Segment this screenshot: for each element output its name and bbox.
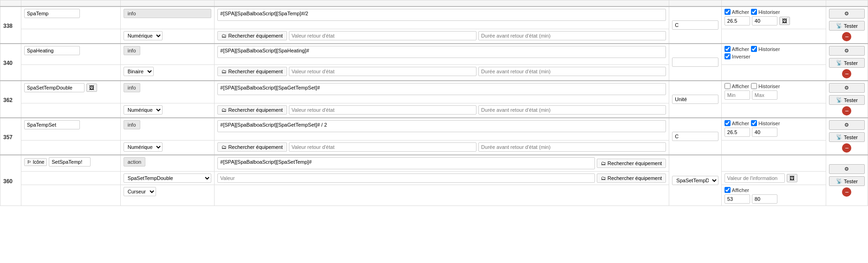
valeur-info-input-360[interactable]: [724, 173, 785, 183]
row-id-362: 362: [0, 81, 21, 118]
valeur-textarea-362[interactable]: #[SPA][SpaBalboaScript][SpaGetTempSet]#: [217, 83, 666, 95]
settings-btn-362[interactable]: ⚙: [829, 83, 865, 93]
nom-input-360[interactable]: [49, 157, 91, 167]
icone-btn-360[interactable]: 🏳 Icône: [24, 158, 47, 166]
soustype-select-362[interactable]: Numérique: [124, 105, 163, 115]
max-input-338[interactable]: [752, 16, 777, 26]
nom-input-340[interactable]: [24, 46, 80, 55]
historiser-check-362[interactable]: [751, 83, 757, 89]
afficher-check-362[interactable]: [724, 83, 731, 89]
max-input-357[interactable]: [752, 128, 777, 137]
valeur-cell-362: #[SPA][SpaBalboaScript][SpaGetTempSet]#: [215, 81, 669, 103]
valeur-retour-338[interactable]: [289, 31, 476, 40]
soustype-cell-357: info: [120, 118, 215, 141]
max-input-360[interactable]: [752, 194, 777, 204]
inverser-label-340: Inverser: [724, 53, 751, 59]
delete-btn-338[interactable]: −: [842, 32, 851, 41]
settings-btn-360[interactable]: ⚙: [829, 164, 865, 174]
inverser-check-340[interactable]: [724, 53, 731, 59]
valeur-retour-357[interactable]: [289, 142, 476, 152]
valeur-textarea-338[interactable]: #[SPA][SpaBalboaScript][SpaTemp]#/2: [217, 9, 666, 21]
nom-icon-btn-362[interactable]: 🖼: [86, 83, 97, 92]
unite-input-357[interactable]: [672, 132, 718, 141]
nom-cell2-362: [21, 103, 121, 118]
col-header-nom: [21, 0, 121, 7]
nom-input-357[interactable]: [24, 120, 80, 129]
duree-retour-357[interactable]: [478, 142, 666, 152]
settings-btn-357[interactable]: ⚙: [829, 120, 865, 130]
unite-input-362[interactable]: [672, 95, 718, 104]
valeur-cell-357: #[SPA][SpaBalboaScript][SpaGetTempSet]# …: [215, 118, 669, 141]
recherche-btn-362[interactable]: 🗂 Rechercher équipement: [217, 105, 287, 115]
nom-input-362[interactable]: [24, 83, 85, 92]
afficher-check-357[interactable]: [724, 120, 731, 126]
actions-cell-360: ⚙ 📡 Tester −: [826, 155, 868, 206]
afficher-label-362: Afficher: [724, 83, 749, 89]
unite-input-338[interactable]: [672, 20, 718, 30]
recherche-btn-360-top[interactable]: 🗂 Rechercher équipement: [597, 159, 666, 168]
soustype-cell-360: action: [120, 155, 215, 172]
valeur-input-360[interactable]: [217, 173, 595, 183]
duree-retour-340[interactable]: [478, 67, 666, 76]
min-input-338[interactable]: [724, 16, 750, 26]
delete-btn-340[interactable]: −: [842, 69, 851, 78]
tester-btn-338[interactable]: 📡 Tester: [829, 21, 865, 31]
tester-btn-360[interactable]: 📡 Tester: [829, 176, 865, 186]
unite-cell-340: [669, 44, 722, 81]
settings-btn-338[interactable]: ⚙: [829, 9, 865, 19]
historiser-check-357[interactable]: [751, 120, 757, 126]
valeur-retour-362[interactable]: [289, 105, 476, 115]
soustype-cell2-360: SpaSetTempDouble: [120, 172, 215, 185]
delete-btn-360[interactable]: −: [842, 187, 851, 197]
params-cell3-360: Afficher: [721, 185, 826, 206]
valeur-textarea-360[interactable]: #[SPA][SpaBalboaScript][SpaSetTemp]#: [217, 157, 595, 169]
params-cell-357: Afficher Historiser: [721, 118, 826, 141]
valeur-retour-340[interactable]: [289, 67, 476, 76]
recherche-btn-357[interactable]: 🗂 Rechercher équipement: [217, 142, 287, 152]
recherche-btn-360-2[interactable]: 🗂 Rechercher équipement: [597, 173, 666, 183]
params-icon-btn-338[interactable]: 🖼: [779, 17, 790, 25]
delete-btn-362[interactable]: −: [842, 106, 851, 115]
valeur-info-icon-360[interactable]: 🖼: [787, 174, 797, 182]
tester-btn-340[interactable]: 📡 Tester: [829, 58, 865, 68]
min-input-362[interactable]: [724, 90, 750, 100]
actions-cell-338: ⚙ 📡 Tester −: [826, 6, 868, 44]
tester-btn-357[interactable]: 📡 Tester: [829, 132, 865, 142]
tester-btn-362[interactable]: 📡 Tester: [829, 95, 865, 105]
soustype-select2-360[interactable]: Curseur: [124, 187, 156, 196]
duree-retour-362[interactable]: [478, 105, 666, 115]
afficher-check-338[interactable]: [724, 9, 731, 15]
afficher-check-340[interactable]: [724, 46, 731, 52]
actions-cell-357: ⚙ 📡 Tester −: [826, 118, 868, 155]
historiser-check-340[interactable]: [751, 46, 757, 52]
settings-btn-340[interactable]: ⚙: [829, 46, 865, 56]
row-id-360: 360: [0, 155, 21, 206]
soustype-badge-338: info: [124, 9, 212, 18]
nom-cell-340: [21, 44, 121, 64]
historiser-check-338[interactable]: [751, 9, 757, 15]
delete-btn-357[interactable]: −: [842, 143, 851, 153]
unite-input-340[interactable]: [672, 58, 718, 67]
max-input-362[interactable]: [752, 90, 777, 100]
recherche-btn-340[interactable]: 🗂 Rechercher équipement: [217, 67, 287, 76]
soustype-select-338[interactable]: Numérique: [124, 31, 163, 40]
soustype-select1-360[interactable]: SpaSetTempDouble: [124, 173, 212, 183]
col-header-valeur: [215, 0, 669, 7]
min-input-357[interactable]: [724, 128, 750, 137]
soustype-select-340[interactable]: Binaire: [124, 67, 154, 76]
valeur-textarea-357[interactable]: #[SPA][SpaBalboaScript][SpaGetTempSet]# …: [217, 120, 666, 132]
afficher-check-360[interactable]: [724, 187, 731, 193]
valeur-textarea-340[interactable]: #[SPA][SpaBalboaScript][SpaHeating]#: [217, 46, 666, 58]
unite-cell-360: SpaSetTempDouble: [669, 155, 722, 206]
soustype-select-357[interactable]: Numérique: [124, 142, 163, 152]
min-input-360[interactable]: [724, 194, 750, 204]
duree-retour-338[interactable]: [478, 31, 666, 40]
historiser-label-340: Historiser: [751, 46, 780, 52]
nom-input-338[interactable]: [24, 9, 80, 18]
afficher-label-360: Afficher: [724, 187, 749, 193]
unite-select-360[interactable]: SpaSetTempDouble: [672, 176, 718, 185]
row-id-338: 338: [0, 6, 21, 44]
nom-cell-362: 🖼: [21, 81, 121, 103]
recherche-btn-338[interactable]: 🗂 Rechercher équipement: [217, 31, 287, 40]
unite-cell-362: [669, 81, 722, 118]
